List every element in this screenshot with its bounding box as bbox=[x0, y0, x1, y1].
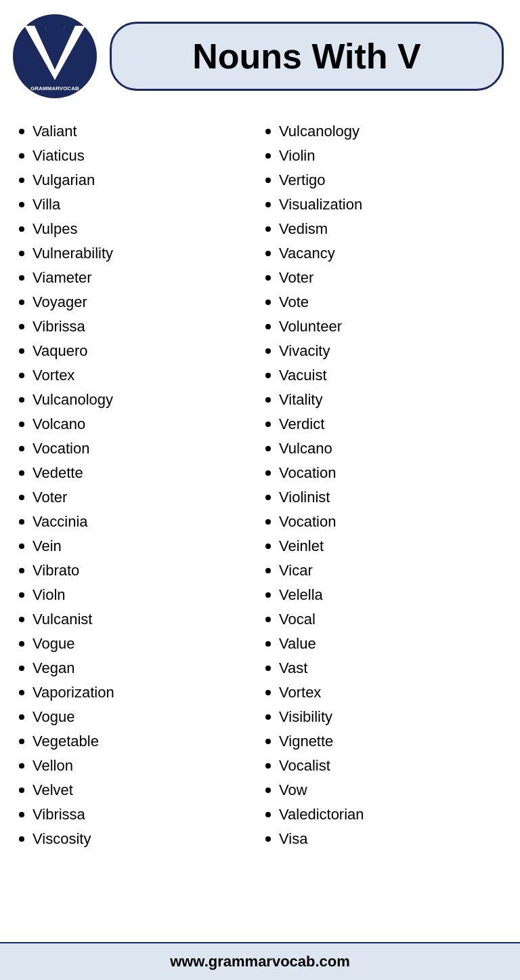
word-text: Vocation bbox=[279, 513, 336, 531]
word-text: Vaccinia bbox=[32, 513, 88, 531]
word-text: Volunteer bbox=[279, 318, 342, 335]
word-text: Vivacity bbox=[279, 342, 330, 360]
word-text: Villa bbox=[32, 196, 60, 213]
word-text: Vocalist bbox=[279, 757, 330, 775]
list-item: Vulgarian bbox=[14, 168, 260, 192]
list-item: Villa bbox=[14, 192, 260, 217]
list-item: Visa bbox=[260, 827, 506, 851]
bullet-icon bbox=[265, 592, 271, 598]
word-text: Vacancy bbox=[279, 245, 335, 262]
list-item: Vegan bbox=[14, 656, 260, 680]
bullet-icon bbox=[265, 202, 271, 207]
word-text: Vedette bbox=[32, 464, 83, 482]
list-item: Vedism bbox=[260, 217, 506, 241]
list-item: Vitality bbox=[260, 388, 506, 412]
svg-text:GRAMMARVOCAB: GRAMMARVOCAB bbox=[30, 85, 79, 91]
word-text: Vulcano bbox=[279, 440, 332, 457]
bullet-icon bbox=[265, 495, 271, 500]
list-item: Velella bbox=[260, 583, 506, 607]
bullet-icon bbox=[19, 788, 24, 793]
bullet-icon bbox=[265, 666, 271, 671]
word-text: Vortex bbox=[32, 367, 74, 384]
bullet-icon bbox=[265, 446, 271, 451]
list-item: Voter bbox=[14, 485, 260, 510]
bullet-icon bbox=[19, 568, 24, 573]
word-text: Vulnerability bbox=[32, 245, 113, 262]
list-item: Vibrissa bbox=[14, 314, 260, 339]
word-text: Vocation bbox=[279, 464, 336, 482]
list-item: Vortex bbox=[14, 363, 260, 388]
list-item: Vast bbox=[260, 656, 506, 680]
bullet-icon bbox=[265, 519, 271, 525]
bullet-icon bbox=[265, 739, 271, 744]
word-text: Volcano bbox=[32, 415, 85, 433]
word-text: Violinist bbox=[279, 489, 330, 506]
word-text: Vibrissa bbox=[32, 318, 85, 335]
list-item: Vedette bbox=[14, 461, 260, 485]
word-text: Viameter bbox=[32, 269, 92, 287]
list-item: Valiant bbox=[14, 119, 260, 144]
list-item: Viscosity bbox=[14, 827, 260, 851]
bullet-icon bbox=[19, 397, 24, 403]
bullet-icon bbox=[265, 544, 271, 549]
word-text: Verdict bbox=[279, 415, 324, 433]
bullet-icon bbox=[19, 666, 24, 671]
list-item: Vogue bbox=[14, 632, 260, 656]
bullet-icon bbox=[265, 617, 271, 622]
bullet-icon bbox=[19, 348, 24, 354]
list-item: Vegetable bbox=[14, 729, 260, 754]
word-text: Vulcanology bbox=[32, 391, 113, 409]
bullet-icon bbox=[19, 495, 24, 500]
list-item: Vulcano bbox=[260, 436, 506, 461]
list-item: Viameter bbox=[14, 266, 260, 290]
list-item: Vein bbox=[14, 534, 260, 558]
bullet-icon bbox=[19, 178, 24, 183]
list-item: Vacancy bbox=[260, 241, 506, 266]
list-item: Viaticus bbox=[14, 144, 260, 168]
list-item: Vibrissa bbox=[14, 802, 260, 827]
logo: GRAMMARVOCAB bbox=[11, 12, 99, 100]
bullet-icon bbox=[265, 153, 271, 159]
bullet-icon bbox=[19, 153, 24, 159]
bullet-icon bbox=[19, 519, 24, 525]
word-text: Vacuist bbox=[279, 367, 327, 384]
list-item: Vellon bbox=[14, 754, 260, 778]
left-column: ValiantViaticusVulgarianVillaVulpesVulne… bbox=[14, 119, 260, 935]
word-text: Vocation bbox=[32, 440, 89, 457]
list-item: Vibrato bbox=[14, 558, 260, 583]
bullet-icon bbox=[265, 714, 271, 720]
list-item: Vulcanology bbox=[14, 388, 260, 412]
bullet-icon bbox=[265, 275, 271, 281]
list-item: Verdict bbox=[260, 412, 506, 436]
bullet-icon bbox=[19, 373, 24, 378]
list-item: Vulcanology bbox=[260, 119, 506, 144]
footer-url: www.grammarvocab.com bbox=[170, 953, 350, 970]
word-text: Vellon bbox=[32, 757, 73, 775]
header: GRAMMARVOCAB Nouns With V bbox=[0, 0, 520, 113]
list-item: Voter bbox=[260, 266, 506, 290]
list-item: Vaquero bbox=[14, 339, 260, 363]
word-text: Valedictorian bbox=[279, 806, 364, 823]
list-item: Vacuist bbox=[260, 363, 506, 388]
word-text: Vulpes bbox=[32, 220, 77, 238]
list-item: Velvet bbox=[14, 778, 260, 802]
word-text: Valiant bbox=[32, 123, 77, 140]
word-text: Value bbox=[279, 635, 316, 653]
bullet-icon bbox=[19, 812, 24, 817]
word-text: Vast bbox=[279, 659, 307, 677]
bullet-icon bbox=[19, 714, 24, 720]
bullet-icon bbox=[19, 617, 24, 622]
bullet-icon bbox=[265, 470, 271, 476]
word-text: Voter bbox=[32, 489, 67, 506]
list-item: Vocation bbox=[14, 436, 260, 461]
word-text: Vortex bbox=[279, 684, 321, 701]
bullet-icon bbox=[265, 178, 271, 183]
bullet-icon bbox=[265, 300, 271, 305]
word-text: Vulcanology bbox=[279, 123, 360, 140]
right-column: VulcanologyViolinVertigoVisualizationVed… bbox=[260, 119, 506, 935]
list-item: Vocal bbox=[260, 607, 506, 632]
word-text: Vote bbox=[279, 293, 309, 311]
bullet-icon bbox=[19, 641, 24, 647]
word-list-container: ValiantViaticusVulgarianVillaVulpesVulne… bbox=[0, 113, 520, 942]
list-item: Visualization bbox=[260, 192, 506, 217]
